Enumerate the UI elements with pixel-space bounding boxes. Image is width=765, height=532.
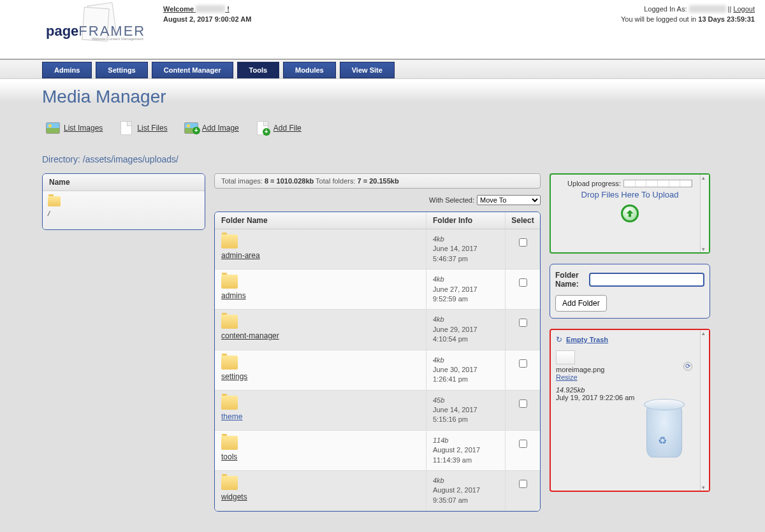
nav-tab-tools[interactable]: Tools (237, 62, 280, 78)
trash-panel: ↻ Empty Trash moreimage.png Resize 14.92… (550, 329, 710, 492)
folder-date: June 30, 2017 1:26:41 pm (433, 366, 477, 383)
scrollbar[interactable] (700, 175, 709, 252)
add-file-link[interactable]: + Add File (256, 121, 302, 135)
col-folder-name: Folder Name (215, 212, 426, 229)
row-checkbox[interactable] (519, 480, 527, 488)
refresh-icon[interactable]: ⟳ (683, 362, 692, 371)
row-checkbox[interactable] (519, 440, 527, 448)
root-folder[interactable]: / (48, 210, 200, 217)
folder-date: August 2, 2017 11:14:39 am (433, 446, 480, 463)
trash-item-thumbnail (556, 350, 575, 364)
folder-date: August 2, 2017 9:35:07 am (433, 486, 480, 503)
trash-bin-icon: ♻ (639, 381, 690, 464)
resize-link[interactable]: Resize (556, 373, 696, 381)
upload-progress-label: Upload progress: (567, 180, 621, 187)
folder-name-input[interactable] (589, 273, 704, 287)
folder-date: June 29, 2017 4:10:54 pm (433, 326, 477, 343)
folder-size: 114b (433, 436, 448, 444)
folder-link[interactable]: content-manager (221, 331, 279, 340)
folder-date: June 14, 2017 5:46:37 pm (433, 245, 477, 262)
row-checkbox[interactable] (519, 319, 527, 327)
empty-trash-link[interactable]: Empty Trash (566, 336, 608, 343)
folder-date: June 27, 2017 9:52:59 am (433, 285, 477, 303)
drop-zone-text: Drop Files Here To Upload (581, 190, 679, 199)
table-row: settings4kbJune 30, 2017 1:26:41 pm (215, 350, 540, 391)
directory-path: Directory: /assets/images/uploads/ (42, 154, 723, 164)
folder-link[interactable]: admin-area (221, 251, 260, 260)
folder-size: 4kb (433, 477, 444, 484)
nav-tab-settings[interactable]: Settings (96, 62, 147, 78)
folder-tree-panel: Name / (42, 173, 205, 230)
logo: pageFRAMER Website Content Management (46, 4, 161, 55)
folder-size: 4kb (433, 235, 444, 243)
row-checkbox[interactable] (519, 399, 527, 408)
folder-icon (221, 396, 238, 410)
nav-tab-admins[interactable]: Admins (42, 62, 92, 78)
folder-table: Folder Name Folder Info Select admin-are… (214, 212, 541, 512)
toolbar: List Images List Files + Add Image + Add… (42, 121, 723, 135)
nav-tab-view-site[interactable]: View Site (340, 62, 395, 78)
folder-name-label: Folder Name: (555, 271, 585, 289)
folder-size: 45b (433, 396, 444, 404)
welcome-area: Welcome xx ! August 2, 2017 9:00:02 AM (163, 4, 386, 59)
list-files-link[interactable]: List Files (119, 121, 167, 135)
content-area: Media Manager List Images List Files + A… (0, 79, 765, 532)
folder-link[interactable]: tools (221, 452, 237, 461)
folder-date: June 14, 2017 5:15:16 pm (433, 406, 477, 423)
add-folder-panel: Folder Name: Add Folder (550, 264, 710, 319)
folder-link[interactable]: settings (221, 372, 247, 381)
add-image-link[interactable]: + Add Image (184, 121, 239, 135)
restore-icon: ↻ (556, 335, 562, 344)
table-row: content-manager4kbJune 29, 2017 4:10:54 … (215, 310, 540, 350)
progress-bar (623, 180, 692, 187)
with-selected-label: With Selected: (429, 196, 474, 204)
scrollbar[interactable] (700, 330, 709, 491)
top-bar: pageFRAMER Website Content Management We… (0, 0, 765, 59)
row-checkbox[interactable] (519, 238, 527, 247)
logo-area: pageFRAMER Website Content Management (10, 4, 163, 59)
folder-size: 4kb (433, 275, 444, 283)
folder-link[interactable]: widgets (221, 492, 247, 501)
add-image-icon: + (184, 121, 198, 135)
folder-size: 4kb (433, 315, 444, 323)
folder-size: 4kb (433, 356, 444, 364)
col-select: Select (506, 212, 540, 229)
table-row: admin-area4kbJune 14, 2017 5:46:37 pm (215, 229, 540, 270)
folder-icon (221, 476, 238, 490)
table-row: theme45bJune 14, 2017 5:15:16 pm (215, 391, 540, 431)
folder-icon (221, 315, 238, 329)
folder-link[interactable]: theme (221, 412, 242, 421)
folder-icon (221, 275, 238, 289)
stats-bar: Total images: 8 = 1010.028kb Total folde… (214, 173, 541, 189)
folder-icon (221, 356, 238, 370)
file-icon (119, 121, 133, 135)
nav-strip: AdminsSettingsContent ManagerToolsModule… (0, 59, 765, 79)
header-date: August 2, 2017 9:00:02 AM (163, 15, 386, 23)
table-row: tools114bAugust 2, 2017 11:14:39 am (215, 431, 540, 471)
add-file-icon: + (256, 121, 270, 135)
trash-item-name: moreimage.png (556, 366, 604, 373)
table-row: admins4kbJune 27, 2017 9:52:59 am (215, 270, 540, 310)
row-checkbox[interactable] (519, 278, 527, 287)
with-selected-dropdown[interactable]: Move To (477, 195, 541, 205)
upload-arrow-icon (621, 205, 639, 222)
table-row: widgets4kbAugust 2, 2017 9:35:07 am (215, 471, 540, 511)
nav-tab-content-manager[interactable]: Content Manager (152, 62, 233, 78)
logout-timer-value: 13 Days 23:59:31 (698, 15, 755, 23)
list-images-link[interactable]: List Images (46, 121, 103, 135)
row-checkbox[interactable] (519, 359, 527, 368)
folder-icon (221, 234, 238, 248)
upload-panel[interactable]: Upload progress: Drop Files Here To Uplo… (550, 173, 710, 254)
col-folder-info: Folder Info (426, 212, 506, 229)
image-icon (46, 121, 60, 135)
page-title: Media Manager (42, 87, 723, 107)
add-folder-button[interactable]: Add Folder (555, 295, 607, 312)
folder-link[interactable]: admins (221, 291, 246, 300)
logout-link[interactable]: Logout (733, 5, 755, 13)
folder-icon (221, 436, 238, 450)
nav-tab-modules[interactable]: Modules (283, 62, 336, 78)
folder-tree-header: Name (43, 174, 205, 191)
folder-icon[interactable] (48, 196, 61, 206)
login-area: Logged In As: xx || Logout You will be l… (386, 4, 755, 59)
